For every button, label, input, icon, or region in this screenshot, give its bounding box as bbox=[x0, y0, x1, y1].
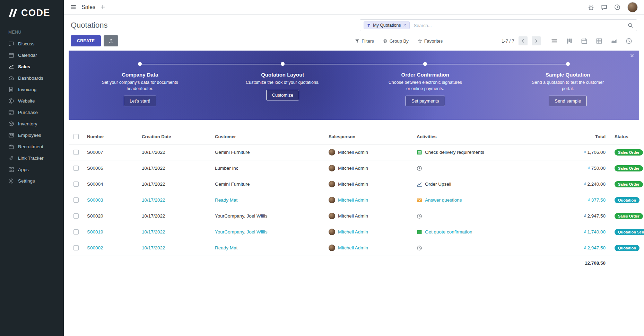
column-header-activities[interactable]: Activities bbox=[417, 129, 552, 144]
upload-button[interactable] bbox=[104, 35, 118, 46]
column-header-creation-date[interactable]: Creation Date bbox=[142, 129, 215, 144]
facet-remove-icon[interactable] bbox=[403, 24, 407, 27]
sidebar-item-settings[interactable]: Settings bbox=[0, 175, 64, 187]
table-row[interactable]: S00006 10/17/2022 Lumber Inc Mitchell Ad… bbox=[69, 160, 639, 176]
row-checkbox[interactable] bbox=[73, 150, 79, 155]
view-pivot-button[interactable] bbox=[596, 38, 602, 44]
column-header-total[interactable]: Total bbox=[552, 129, 615, 144]
row-checkbox[interactable] bbox=[73, 182, 79, 187]
row-number[interactable]: S00020 bbox=[87, 208, 142, 224]
activities-clock-icon[interactable] bbox=[614, 4, 620, 10]
search-facet[interactable]: My Quotations bbox=[364, 21, 410, 29]
sidebar-item-purchase[interactable]: Purchase bbox=[0, 107, 64, 118]
add-tab-icon[interactable] bbox=[100, 5, 105, 10]
sidebar-item-sales[interactable]: Sales bbox=[0, 61, 64, 72]
sidebar-item-dashboards[interactable]: Dashboards bbox=[0, 72, 64, 84]
table-row[interactable]: S00002 10/17/2022 Ready Mat Mitchell Adm… bbox=[69, 240, 639, 256]
sidebar-item-website[interactable]: Website bbox=[0, 95, 64, 107]
table-row[interactable]: S00004 10/17/2022 Gemini Furniture Mitch… bbox=[69, 176, 639, 192]
row-number[interactable]: S00006 bbox=[87, 160, 142, 176]
create-button[interactable]: CREATE bbox=[71, 35, 101, 46]
row-number[interactable]: S00002 bbox=[87, 240, 142, 256]
column-header-status[interactable]: Status bbox=[615, 129, 639, 144]
app-title[interactable]: Sales bbox=[81, 4, 95, 10]
pager-previous-button[interactable] bbox=[519, 36, 528, 45]
view-activity-button[interactable] bbox=[626, 38, 632, 44]
select-all-checkbox[interactable] bbox=[73, 134, 79, 139]
filters-button[interactable]: Filters bbox=[355, 38, 374, 44]
activity-cell[interactable]: Get quote confirmation bbox=[417, 224, 552, 240]
row-checkbox[interactable] bbox=[73, 166, 79, 171]
row-customer[interactable]: Gemini Furniture bbox=[215, 176, 329, 192]
view-kanban-button[interactable] bbox=[566, 38, 573, 44]
row-customer[interactable]: YourCompany, Joel Willis bbox=[215, 224, 329, 240]
row-salesperson[interactable]: Mitchell Admin bbox=[329, 160, 417, 176]
sidebar-item-invoicing[interactable]: Invoicing bbox=[0, 84, 64, 95]
row-number[interactable]: S00019 bbox=[87, 224, 142, 240]
table-row[interactable]: S00007 10/17/2022 Gemini Furniture Mitch… bbox=[69, 144, 639, 160]
search-bar[interactable]: My Quotations bbox=[360, 19, 637, 31]
row-salesperson[interactable]: Mitchell Admin bbox=[329, 224, 417, 240]
email-activity-icon[interactable] bbox=[417, 197, 422, 203]
view-calendar-button[interactable] bbox=[581, 38, 588, 44]
chart-activity-icon[interactable] bbox=[417, 182, 422, 187]
row-creation-date[interactable]: 10/17/2022 bbox=[142, 144, 215, 160]
hamburger-menu-icon[interactable] bbox=[70, 4, 77, 10]
user-avatar[interactable] bbox=[627, 2, 638, 12]
row-customer[interactable]: Ready Mat bbox=[215, 192, 329, 208]
favorites-button[interactable]: Favorites bbox=[418, 38, 443, 44]
clock-activity-icon[interactable] bbox=[417, 213, 422, 219]
row-salesperson[interactable]: Mitchell Admin bbox=[329, 208, 417, 224]
clock-activity-icon[interactable] bbox=[417, 245, 422, 251]
step-action-button[interactable]: Set payments bbox=[406, 96, 445, 106]
sidebar-item-discuss[interactable]: Discuss bbox=[0, 38, 64, 50]
messages-icon[interactable] bbox=[601, 4, 607, 10]
row-creation-date[interactable]: 10/17/2022 bbox=[142, 208, 215, 224]
row-customer[interactable]: Lumber Inc bbox=[215, 160, 329, 176]
bug-icon[interactable] bbox=[588, 4, 594, 10]
sidebar-item-inventory[interactable]: Inventory bbox=[0, 118, 64, 130]
row-salesperson[interactable]: Mitchell Admin bbox=[329, 192, 417, 208]
view-graph-button[interactable] bbox=[611, 38, 617, 44]
sidebar-item-employees[interactable]: Employees bbox=[0, 130, 64, 141]
row-checkbox[interactable] bbox=[73, 213, 79, 219]
table-row[interactable]: S00003 10/17/2022 Ready Mat Mitchell Adm… bbox=[69, 192, 639, 208]
row-checkbox[interactable] bbox=[73, 245, 79, 250]
search-input[interactable] bbox=[413, 23, 624, 28]
table-row[interactable]: S00020 10/17/2022 YourCompany, Joel Will… bbox=[69, 208, 639, 224]
sidebar-item-recruitment[interactable]: Recruitment bbox=[0, 141, 64, 152]
table-row[interactable]: S00019 10/17/2022 YourCompany, Joel Will… bbox=[69, 224, 639, 240]
step-action-button[interactable]: Send sample bbox=[549, 96, 587, 106]
group-by-button[interactable]: Group By bbox=[383, 38, 409, 44]
activity-cell[interactable]: Answer questions bbox=[417, 192, 552, 208]
row-salesperson[interactable]: Mitchell Admin bbox=[329, 240, 417, 256]
tasks-activity-icon[interactable] bbox=[417, 150, 422, 155]
row-creation-date[interactable]: 10/17/2022 bbox=[142, 192, 215, 208]
step-action-button[interactable]: Let's start! bbox=[124, 96, 156, 106]
activity-cell[interactable] bbox=[417, 240, 552, 256]
activity-cell[interactable]: Order Upsell bbox=[417, 176, 552, 192]
activity-cell[interactable] bbox=[417, 160, 552, 176]
column-header-number[interactable]: Number bbox=[87, 129, 142, 144]
row-number[interactable]: S00003 bbox=[87, 192, 142, 208]
row-customer[interactable]: Gemini Furniture bbox=[215, 144, 329, 160]
row-creation-date[interactable]: 10/17/2022 bbox=[142, 176, 215, 192]
row-salesperson[interactable]: Mitchell Admin bbox=[329, 176, 417, 192]
column-header-salesperson[interactable]: Salesperson bbox=[329, 129, 417, 144]
row-creation-date[interactable]: 10/17/2022 bbox=[142, 160, 215, 176]
activity-cell[interactable]: Check delivery requirements bbox=[417, 144, 552, 160]
step-action-button[interactable]: Customize bbox=[266, 90, 299, 100]
clock-activity-icon[interactable] bbox=[417, 166, 422, 171]
column-header-customer[interactable]: Customer bbox=[215, 129, 329, 144]
activity-cell[interactable] bbox=[417, 208, 552, 224]
row-checkbox[interactable] bbox=[73, 197, 79, 203]
row-customer[interactable]: Ready Mat bbox=[215, 240, 329, 256]
row-creation-date[interactable]: 10/17/2022 bbox=[142, 240, 215, 256]
tasks-activity-icon[interactable] bbox=[417, 229, 422, 235]
search-icon[interactable] bbox=[628, 23, 633, 28]
row-customer[interactable]: YourCompany, Joel Willis bbox=[215, 208, 329, 224]
pager-next-button[interactable] bbox=[532, 36, 541, 45]
row-salesperson[interactable]: Mitchell Admin bbox=[329, 144, 417, 160]
brand-logo[interactable]: CODE bbox=[0, 0, 64, 26]
banner-close-icon[interactable] bbox=[630, 53, 634, 58]
